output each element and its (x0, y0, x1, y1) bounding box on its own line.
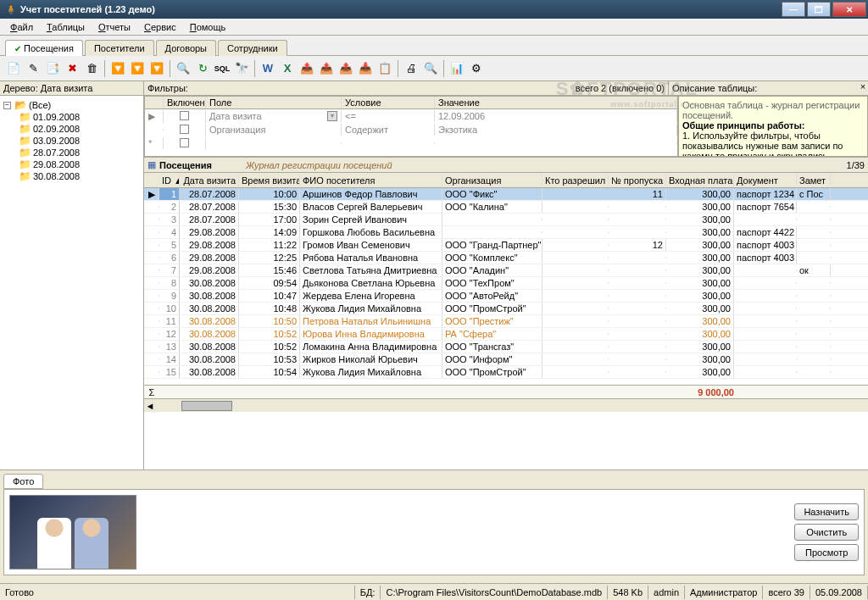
table-row[interactable]: 429.08.200814:09Горшкова Любовь Васильев… (144, 226, 868, 239)
dropdown-icon[interactable]: ▾ (327, 111, 337, 121)
horizontal-scrollbar[interactable]: ◄ (144, 398, 868, 412)
checkbox[interactable] (180, 111, 189, 120)
table-row[interactable]: 1230.08.200810:52Юрова Инна Владимировна… (144, 328, 868, 341)
view-button[interactable]: Просмотр (794, 544, 859, 561)
tool-find-icon[interactable]: 🔍 (175, 60, 192, 77)
tool-new-icon[interactable]: 📄 (5, 60, 22, 77)
table-row[interactable]: 228.07.200815:30Власов Сергей Валерьевич… (144, 201, 868, 214)
tool-duplicate-icon[interactable]: 📋 (376, 60, 393, 77)
filter-row[interactable]: * (145, 136, 677, 150)
menu-service[interactable]: Сервис (139, 20, 181, 34)
tool-filteroff-icon[interactable]: 🔽 (148, 60, 165, 77)
menu-help[interactable]: Помощь (185, 20, 231, 34)
tree-item[interactable]: 📁29.08.2008 (19, 158, 140, 170)
checkbox[interactable] (180, 125, 189, 134)
filter-col-value[interactable]: Значение (435, 97, 677, 108)
titlebar: 🧍 Учет посетителей (1.23 демо) — 🗖 ✕ (0, 0, 868, 19)
collapse-icon[interactable]: − (3, 102, 11, 109)
column-header[interactable]: Документ (734, 175, 797, 186)
tree-item[interactable]: 📁02.09.2008 (19, 123, 140, 135)
status-db-label: БД: (355, 586, 381, 599)
folder-icon: 📁 (19, 158, 31, 170)
column-header[interactable]: Входная плата (666, 175, 734, 186)
table-row[interactable]: 1330.08.200810:52Ломакина Анна Владимиро… (144, 341, 868, 353)
menu-tables[interactable]: Таблицы (42, 20, 90, 34)
tool-chart-icon[interactable]: 📊 (448, 60, 465, 77)
minimize-button[interactable]: — (782, 2, 805, 17)
clear-button[interactable]: Очистить (794, 524, 859, 541)
assign-button[interactable]: Назначить (794, 503, 859, 520)
column-header[interactable]: Кто разрешил (542, 175, 609, 186)
table-row[interactable]: ▶128.07.200810:00Аршинов Федор ПавловичО… (144, 188, 868, 201)
tool-preview-icon[interactable]: 🔍 (422, 60, 439, 77)
table-row[interactable]: 930.08.200810:47Жердева Елена ИгоревнаОО… (144, 290, 868, 303)
tree-panel: Дерево: Дата визита − 📂 (Все) 📁01.09.200… (0, 81, 144, 469)
table-row[interactable]: 529.08.200811:22Громов Иван СеменовичООО… (144, 239, 868, 252)
table-row[interactable]: 328.07.200817:00Зорин Сергей Иванович300… (144, 214, 868, 226)
table-row[interactable]: 1030.08.200810:48Жукова Лидия Михайловна… (144, 303, 868, 315)
tool-filter-icon[interactable]: 🔽 (109, 60, 126, 77)
table-row[interactable]: 830.08.200809:54Дьяконова Светлана Юрьев… (144, 277, 868, 290)
table-row[interactable]: 1130.08.200810:50Петрова Наталья Ильиниш… (144, 315, 868, 328)
status-ready: Готово (0, 586, 355, 599)
status-size: 548 Kb (608, 586, 648, 599)
tool-filterx-icon[interactable]: 🔽 (129, 60, 146, 77)
filter-col-cond[interactable]: Условие (342, 97, 435, 108)
data-grid[interactable]: ID ▲Дата визитаВремя визитаФИО посетител… (144, 173, 868, 469)
menubar: Файл Таблицы Отчеты Сервис Помощь (0, 19, 868, 36)
tool-copy-icon[interactable]: 📑 (44, 60, 61, 77)
tool-refresh-icon[interactable]: ↻ (194, 60, 211, 77)
filter-grid[interactable]: Включен Поле Условие Значение ▶Дата визи… (144, 96, 678, 157)
tool-sql-icon[interactable]: SQL (214, 60, 231, 77)
tree-root[interactable]: − 📂 (Все) (3, 99, 140, 111)
tool-props-icon[interactable]: ⚙ (468, 60, 485, 77)
menu-file[interactable]: Файл (5, 20, 38, 34)
statusbar: Готово БД: C:\Program Files\VisitorsCoun… (0, 583, 868, 600)
close-button[interactable]: ✕ (832, 2, 866, 17)
tab-contracts[interactable]: Договоры (156, 40, 216, 56)
column-header[interactable]: Замет (797, 175, 831, 186)
tree-item[interactable]: 📁30.08.2008 (19, 170, 140, 182)
tree-item[interactable]: 📁01.09.2008 (19, 111, 140, 123)
tool-import-icon[interactable]: 📥 (357, 60, 374, 77)
tree-item[interactable]: 📁03.09.2008 (19, 135, 140, 147)
description-close-icon[interactable]: × (858, 81, 868, 95)
column-header[interactable]: Время визита (239, 175, 300, 186)
tool-export3-icon[interactable]: 📤 (337, 60, 354, 77)
tool-word-icon[interactable]: W (259, 60, 276, 77)
grid-titlebar: ▦ Посещения Журнал регистрации посещений… (144, 157, 868, 173)
menu-reports[interactable]: Отчеты (93, 20, 136, 34)
tab-photo[interactable]: Фото (3, 474, 43, 489)
table-row[interactable]: 629.08.200812:25Рябова Наталья ИвановнаО… (144, 252, 868, 264)
tool-export1-icon[interactable]: 📤 (298, 60, 315, 77)
tab-visitors[interactable]: Посетители (85, 40, 154, 56)
tool-excel-icon[interactable]: X (279, 60, 296, 77)
checkbox[interactable] (180, 138, 189, 147)
column-header[interactable]: Организация (442, 175, 542, 186)
column-header[interactable]: № пропуска (609, 175, 666, 186)
tab-employees[interactable]: Сотрудники (218, 40, 287, 56)
tool-print-icon[interactable]: 🖨 (403, 60, 420, 77)
filter-col-enabled[interactable]: Включен (164, 97, 206, 108)
tree[interactable]: − 📂 (Все) 📁01.09.2008📁02.09.2008📁03.09.2… (0, 96, 143, 469)
tool-deleteall-icon[interactable]: 🗑 (83, 60, 100, 77)
tool-export2-icon[interactable]: 📤 (318, 60, 335, 77)
filter-row[interactable]: ▶Дата визита▾<=12.09.2006 (145, 109, 677, 123)
filter-col-field[interactable]: Поле (206, 97, 342, 108)
table-row[interactable]: 1530.08.200810:54Жукова Лидия Михайловна… (144, 366, 868, 379)
table-row[interactable]: 1430.08.200810:53Жирков Николай ЮрьевичО… (144, 353, 868, 366)
photo-image[interactable] (9, 495, 136, 569)
column-header[interactable]: Дата визита (180, 175, 239, 186)
maximize-button[interactable]: 🗖 (807, 2, 831, 17)
tab-visits[interactable]: Посещения (5, 40, 83, 56)
column-header[interactable]: ФИО посетителя (300, 175, 442, 186)
table-row[interactable]: 729.08.200815:46Светлова Татьяна Дмитрие… (144, 264, 868, 277)
tool-edit-icon[interactable]: ✎ (25, 60, 42, 77)
tool-delete-icon[interactable]: ✖ (64, 60, 81, 77)
toolbar: 📄 ✎ 📑 ✖ 🗑 🔽 🔽 🔽 🔍 ↻ SQL 🔭 W X 📤 📤 📤 📥 📋 … (0, 56, 868, 81)
column-header[interactable]: ID ▲ (159, 175, 180, 186)
tool-binoculars-icon[interactable]: 🔭 (233, 60, 250, 77)
scrollbar-thumb[interactable] (181, 401, 232, 411)
tree-item[interactable]: 📁28.07.2008 (19, 147, 140, 158)
filter-row[interactable]: ОрганизацияСодержитЭкзотика (145, 123, 677, 136)
